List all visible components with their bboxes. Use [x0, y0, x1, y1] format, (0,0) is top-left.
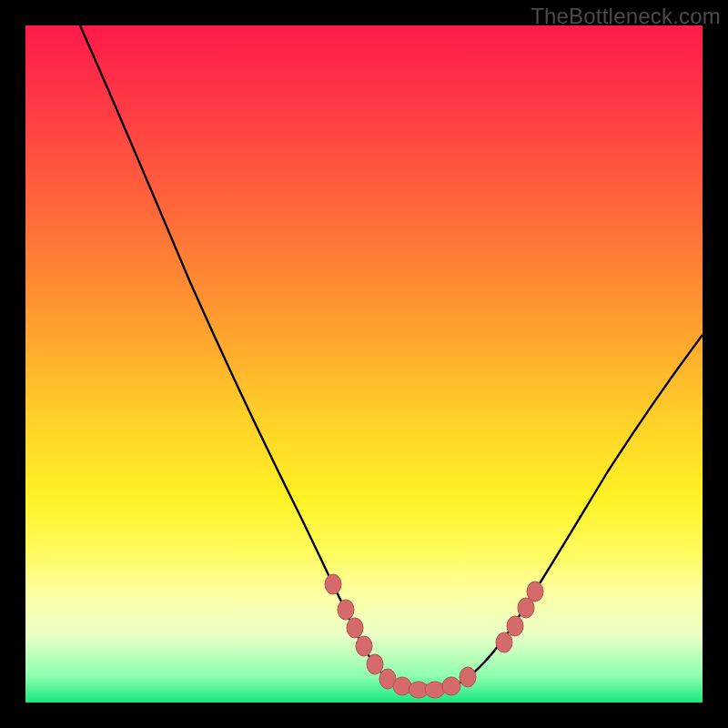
marker-dot — [356, 636, 372, 656]
marker-dot — [338, 600, 354, 620]
marker-dot — [507, 616, 523, 636]
watermark-text: TheBottleneck.com — [531, 4, 721, 29]
marker-dot — [442, 677, 460, 695]
plot-area — [25, 25, 703, 703]
marker-dot — [393, 677, 411, 695]
curve-markers — [325, 574, 543, 698]
bottleneck-curve-svg — [25, 25, 703, 703]
bottleneck-curve-path — [80, 25, 703, 692]
marker-dot — [347, 618, 363, 638]
outer-frame: TheBottleneck.com — [0, 0, 728, 728]
marker-dot — [496, 632, 512, 652]
marker-dot — [460, 667, 476, 687]
marker-dot — [325, 574, 341, 594]
marker-dot — [527, 581, 543, 602]
marker-dot — [425, 682, 445, 698]
marker-dot — [367, 654, 383, 674]
